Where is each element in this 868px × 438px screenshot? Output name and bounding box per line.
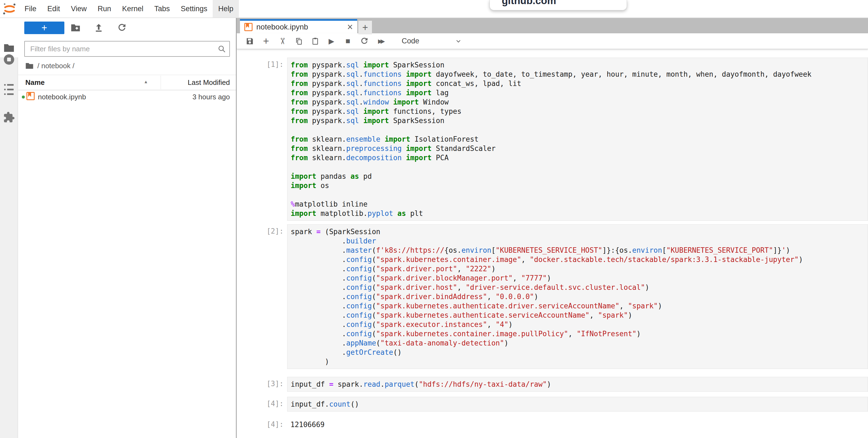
breadcrumb[interactable]: / notebook / [25, 62, 74, 70]
main-dock-panel: notebook.ipynb × + + ✂ ▶ ■ ▶▶ Code [237, 18, 868, 438]
cell-editor[interactable]: from pyspark.sql import SparkSessionfrom… [287, 58, 868, 221]
popup-origin-text: github.com [502, 0, 556, 6]
home-folder-icon [25, 62, 34, 69]
cell-prompt: [1]: [237, 58, 287, 221]
add-cell-icon[interactable]: + [261, 36, 271, 47]
cell-prompt: [4]: [237, 397, 287, 411]
dock-tab-bar: notebook.ipynb × + [237, 18, 868, 33]
notebook-file-icon [27, 92, 35, 100]
jupyterlab-window: FileEditViewRunKernelTabsSettingsHelp gi… [0, 0, 868, 438]
notebook-content: [1]:from pyspark.sql import SparkSession… [237, 49, 868, 438]
cell-editor[interactable]: spark = (SparkSession .builder .master(f… [287, 224, 868, 369]
close-tab-icon[interactable]: × [347, 23, 353, 31]
filter-files-input[interactable] [24, 41, 230, 57]
tab-notebook[interactable]: notebook.ipynb × [240, 19, 357, 33]
cell-output-area: 12106669 [287, 417, 868, 432]
sort-ascending-icon[interactable]: ▲ [144, 80, 148, 84]
restart-run-all-icon[interactable]: ▶▶ [376, 36, 387, 47]
copy-cells-icon[interactable] [294, 36, 304, 47]
column-header-name[interactable]: Name [25, 78, 45, 87]
file-browser-panel: + / notebook / Name ▲ La [18, 18, 236, 438]
menu-edit[interactable]: Edit [42, 0, 66, 18]
search-icon [217, 45, 226, 54]
chevron-down-icon[interactable] [455, 38, 462, 45]
notebook-toolbar: + ✂ ▶ ■ ▶▶ Code [237, 33, 868, 49]
file-row[interactable]: notebook.ipynb3 hours ago [18, 90, 236, 104]
cell-editor[interactable]: input_df = spark.read.parquet("hdfs://hd… [287, 377, 868, 391]
paste-cells-icon[interactable] [310, 36, 320, 47]
code-cell: [3]:input_df = spark.read.parquet("hdfs:… [237, 377, 868, 391]
jupyter-logo-icon [0, 0, 19, 18]
new-launcher-button[interactable]: + [24, 22, 64, 34]
menu-help[interactable]: Help [213, 0, 239, 18]
activity-sidebar [0, 18, 18, 438]
table-of-contents-icon[interactable] [0, 84, 18, 95]
cell-prompt: [3]: [237, 377, 287, 391]
running-kernels-icon[interactable] [0, 54, 18, 65]
browser-popup: github.com [490, 0, 627, 10]
run-cell-icon[interactable]: ▶ [327, 36, 336, 47]
menu-file[interactable]: File [19, 0, 42, 18]
cell-prompt: [4]: [237, 417, 287, 432]
file-list: notebook.ipynb3 hours ago [18, 90, 236, 104]
stop-kernel-icon[interactable]: ■ [343, 36, 352, 47]
code-cell: [2]:spark = (SparkSession .builder .mast… [237, 224, 868, 369]
tab-title: notebook.ipynb [256, 23, 308, 31]
notebook-file-icon [244, 23, 252, 31]
file-name: notebook.ipynb [38, 93, 86, 101]
code-cell: [4]:input_df.count() [237, 397, 868, 411]
menu-items: FileEditViewRunKernelTabsSettingsHelp [19, 0, 239, 18]
output-cell: [4]:12106669 [237, 417, 868, 432]
menu-settings[interactable]: Settings [175, 0, 213, 18]
cell-editor[interactable]: input_df.count() [287, 397, 868, 411]
breadcrumb-path: / notebook / [37, 62, 74, 70]
cut-cells-icon[interactable]: ✂ [277, 36, 288, 46]
file-browser-toolbar: + [18, 18, 236, 40]
restart-kernel-icon[interactable] [360, 36, 369, 47]
file-browser-icon[interactable] [0, 43, 18, 52]
menu-bar: FileEditViewRunKernelTabsSettingsHelp [0, 0, 868, 18]
extensions-icon[interactable] [0, 111, 18, 123]
column-header-modified[interactable]: Last Modified [188, 78, 230, 87]
save-icon[interactable] [245, 36, 254, 47]
cell-prompt: [2]: [237, 224, 287, 369]
new-tab-button[interactable]: + [358, 21, 372, 34]
kernel-running-dot [22, 95, 25, 98]
upload-icon[interactable] [93, 22, 105, 34]
menu-kernel[interactable]: Kernel [117, 0, 149, 18]
refresh-file-list-icon[interactable] [116, 22, 128, 34]
code-cell: [1]:from pyspark.sql import SparkSession… [237, 58, 868, 221]
file-list-header: Name ▲ Last Modified [18, 75, 236, 90]
new-folder-icon[interactable] [69, 22, 82, 34]
menu-view[interactable]: View [65, 0, 92, 18]
file-modified: 3 hours ago [192, 93, 230, 101]
menu-tabs[interactable]: Tabs [149, 0, 175, 18]
cell-type-select[interactable]: Code [402, 37, 420, 45]
filter-files-box [24, 41, 230, 57]
menu-run[interactable]: Run [92, 0, 117, 18]
